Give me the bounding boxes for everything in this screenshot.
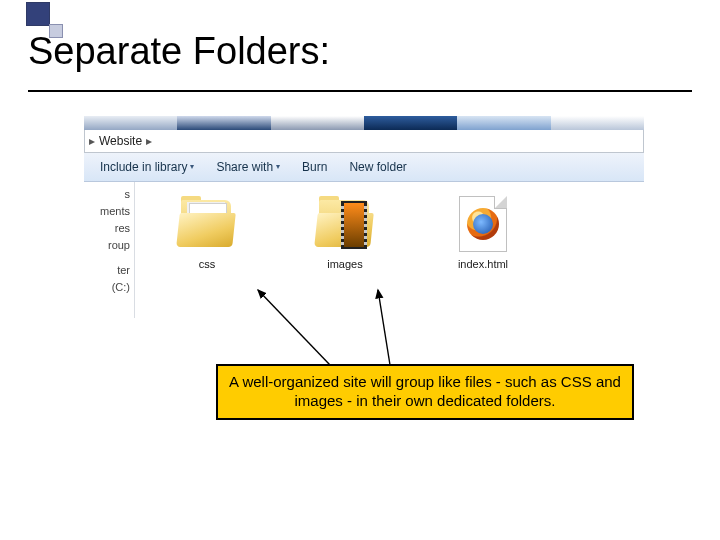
folder-icon — [175, 194, 239, 252]
folder-icon — [313, 194, 377, 252]
slide-title: Separate Folders: — [28, 30, 330, 73]
nav-item[interactable]: res — [84, 220, 130, 237]
chevron-right-icon: ▸ — [142, 134, 156, 148]
include-in-library-button[interactable]: Include in library ▾ — [90, 153, 204, 181]
chevron-down-icon: ▾ — [190, 153, 194, 181]
file-label: css — [199, 258, 216, 270]
folder-item-css[interactable]: css — [165, 194, 249, 318]
explorer-toolbar: Include in library ▾ Share with ▾ Burn N… — [84, 153, 644, 182]
file-label: images — [327, 258, 362, 270]
chevron-down-icon: ▾ — [276, 153, 280, 181]
title-rule — [28, 90, 692, 93]
file-label: index.html — [458, 258, 508, 270]
nav-pane[interactable]: s ments res roup ter (C:) — [84, 182, 135, 318]
html-file-icon — [451, 194, 515, 252]
file-pane[interactable]: css images index.html — [135, 182, 644, 318]
new-folder-button[interactable]: New folder — [339, 153, 416, 181]
annotation-callout: A well-organized site will group like fi… — [216, 364, 634, 420]
nav-item[interactable]: ments — [84, 203, 130, 220]
burn-button[interactable]: Burn — [292, 153, 337, 181]
nav-item[interactable]: (C:) — [84, 279, 130, 296]
breadcrumb-item[interactable]: Website — [99, 134, 142, 148]
file-item-index[interactable]: index.html — [441, 194, 525, 318]
breadcrumb[interactable]: ▸ Website ▸ — [84, 130, 644, 153]
chevron-right-icon: ▸ — [85, 134, 99, 148]
explorer-window: ▸ Website ▸ Include in library ▾ Share w… — [84, 116, 644, 316]
window-titlebar — [84, 116, 644, 130]
nav-item[interactable]: ter — [84, 262, 130, 279]
nav-item[interactable]: s — [84, 186, 130, 203]
share-with-button[interactable]: Share with ▾ — [206, 153, 290, 181]
folder-item-images[interactable]: images — [303, 194, 387, 318]
nav-item[interactable]: roup — [84, 237, 130, 254]
